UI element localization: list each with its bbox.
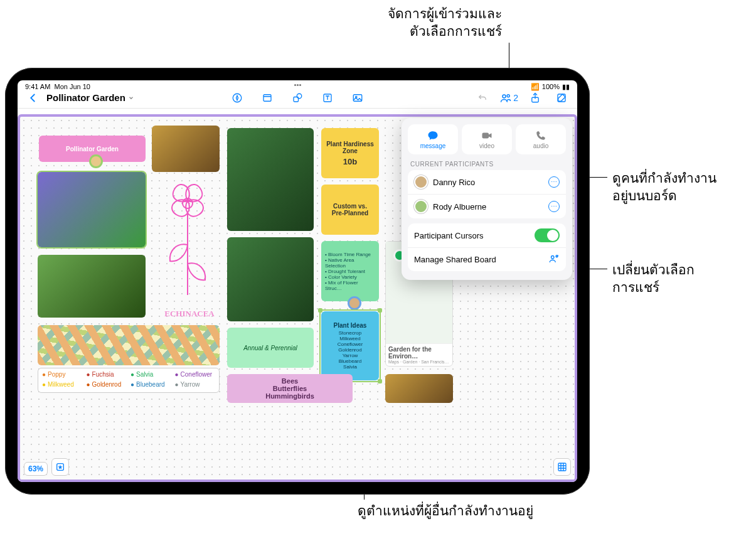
legend-item: Milkweed (42, 381, 83, 390)
label: Participant Cursors (414, 231, 484, 240)
board-title[interactable]: Pollinator Garden (46, 92, 134, 103)
audio-button[interactable]: audio (516, 124, 566, 154)
media-tool-button[interactable] (348, 89, 367, 107)
svg-rect-6 (353, 94, 362, 101)
t: 10b (343, 157, 357, 166)
svg-marker-14 (58, 465, 62, 469)
sticky-bees[interactable]: Bees Butterflies Hummingbirds (227, 374, 353, 403)
legend-item: Salvia (130, 371, 171, 380)
zoom-level[interactable]: 63% (24, 462, 48, 476)
label-echinacea: ECHINACEA (156, 309, 223, 319)
avatar (414, 175, 428, 189)
compose-button[interactable] (552, 89, 571, 107)
message-icon (427, 130, 439, 141)
sticky-custom[interactable]: Custom vs. Pre-Planned (321, 185, 379, 235)
photo-bee-closeup[interactable] (385, 374, 453, 403)
ipad-frame: 9:41 AM Mon Jun 10 📶 100% ▮▮ Pollinator … (5, 68, 590, 495)
map-meta: Maps · Garden · San Francis… (388, 360, 450, 364)
label: Manage Shared Board (414, 255, 496, 264)
t: Goldenrod (338, 347, 361, 353)
bookmark-button[interactable] (51, 458, 69, 476)
participant-name: Rody Albuerne (433, 202, 486, 212)
share-button[interactable] (526, 89, 545, 107)
photo-greenwall[interactable] (227, 237, 314, 321)
t: Butterflies (273, 385, 307, 392)
photo-butterfly[interactable] (152, 126, 220, 172)
manage-shared-board-row[interactable]: Manage Shared Board (408, 247, 566, 271)
participant-name: Danny Rico (433, 178, 475, 187)
label: video (479, 142, 494, 149)
t: Plant Hardiness (326, 141, 374, 147)
callout-participants-1: ดูคนที่กำลังทำงาน (612, 169, 716, 187)
t: Coneflower (338, 341, 363, 347)
t: Pre-Planned (332, 210, 368, 217)
callout-sharing-2: การแชร์ (612, 279, 659, 296)
chevron-down-icon (128, 95, 134, 101)
toolbar-center-tools (228, 87, 367, 108)
svg-point-4 (297, 94, 302, 99)
collaboration-button[interactable]: 2 (499, 92, 518, 104)
people-icon (499, 92, 512, 104)
photo-wildflowers[interactable] (38, 255, 146, 318)
pill-text: Pollinator Garden (66, 146, 119, 153)
text-tool-button[interactable] (318, 89, 337, 107)
legend-item: Fuchsia (87, 371, 127, 380)
participant-row[interactable]: Rody Albuerne ⋯ (408, 194, 566, 218)
map-sub: Garden for the Environ… (388, 346, 450, 360)
back-button[interactable] (24, 89, 43, 107)
legend-item: Goldenrod (87, 381, 127, 390)
participants-header: CURRENT PARTICIPANTS (410, 161, 563, 168)
board-title-text: Pollinator Garden (46, 92, 125, 103)
legend-item: Coneflower (175, 371, 216, 380)
cursors-toggle[interactable] (535, 228, 560, 242)
callout-manage: จัดการผู้เข้าร่วมและ ตัวเลือกการแชร์ (388, 5, 502, 41)
legend-item: Poppy (42, 371, 83, 380)
participant-cursors-row[interactable]: Participant Cursors (408, 223, 566, 247)
more-button[interactable]: ⋯ (548, 176, 560, 188)
callout-participants-2: อยู่บนบอร์ด (612, 187, 677, 205)
video-icon (481, 130, 493, 141)
legend-strip[interactable]: Poppy Fuchsia Salvia Coneflower Milkweed… (38, 368, 220, 393)
collaboration-popover: message video audio CURRENT PARTICIPANTS… (402, 118, 572, 280)
li: • Bloom Time Range (325, 252, 371, 257)
drawing-palette[interactable] (38, 325, 220, 365)
photo-garden-tall[interactable] (227, 128, 314, 231)
video-button[interactable]: video (462, 124, 512, 154)
sticky-tool-button[interactable] (258, 89, 277, 107)
callout-sharing-1: เปลี่ยนตัวเลือก (612, 261, 695, 279)
multitask-dots[interactable] (294, 84, 301, 86)
t: Stonecrop (339, 330, 361, 336)
more-button[interactable]: ⋯ (548, 201, 560, 212)
li: • Drought Tolerant (325, 269, 365, 274)
photo-bee-selected[interactable] (38, 172, 146, 247)
t: Custom vs. (333, 203, 367, 210)
t: Milkweed (339, 336, 360, 341)
grid-button[interactable] (553, 458, 571, 476)
svg-point-8 (503, 95, 506, 98)
t: Bluebeard (339, 358, 361, 364)
label: message (420, 142, 446, 149)
manage-icon (548, 253, 560, 266)
participant-cursor-avatar (89, 154, 103, 168)
label: audio (533, 142, 548, 149)
shape-tool-button[interactable] (288, 89, 307, 107)
note-annual-perennial[interactable]: Annual & Perennial (227, 328, 314, 368)
drawing-flower[interactable] (153, 176, 222, 308)
svg-rect-20 (482, 132, 489, 138)
app-toolbar: Pollinator Garden (18, 87, 577, 109)
sticky-hardiness[interactable]: Plant Hardiness Zone 10b (321, 128, 379, 178)
pen-tool-button[interactable] (228, 89, 247, 107)
sticky-plant-ideas[interactable]: Plant Ideas Stonecrop Milkweed Coneflowe… (321, 311, 379, 380)
participant-row[interactable]: Danny Rico ⋯ (408, 170, 566, 194)
message-button[interactable]: message (408, 124, 458, 154)
sticky-criteria[interactable]: • Bloom Time Range • Native Area Selecti… (321, 241, 379, 301)
participant-cursor-avatar (348, 296, 361, 310)
t: Salvia (343, 364, 357, 370)
t: Annual & Perennial (243, 345, 297, 351)
participants-list: Danny Rico ⋯ Rody Albuerne ⋯ (408, 170, 566, 218)
undo-button[interactable] (473, 89, 492, 107)
avatar (414, 200, 428, 213)
callout-cursor: ดูตำแหน่งที่ผู้อื่นกำลังทำงานอยู่ (358, 502, 533, 520)
li: • Mix of Flower Struc… (325, 280, 375, 291)
collab-count: 2 (513, 93, 518, 103)
